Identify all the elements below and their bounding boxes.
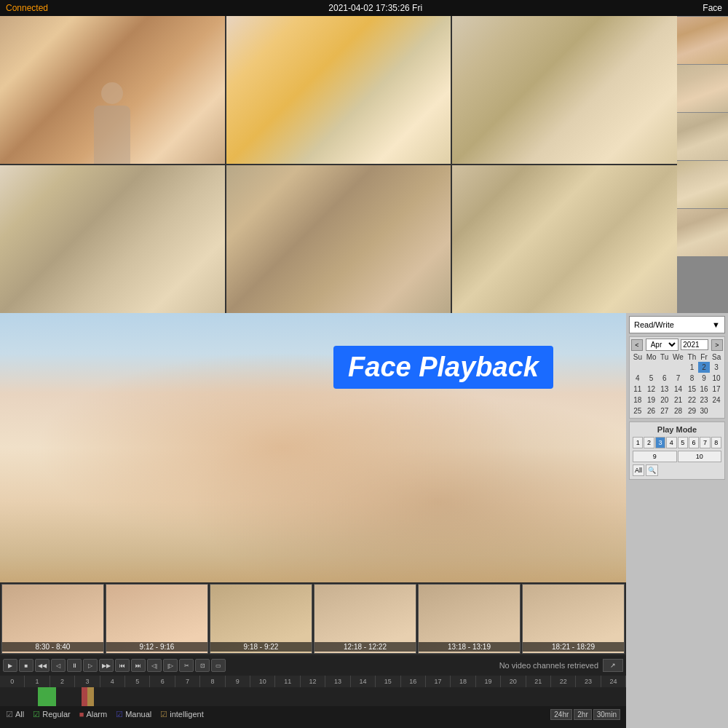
- timeline[interactable]: 0 1 2 3 4 5 6 7 8 9 10 11 12 13 14 15 16…: [0, 676, 626, 706]
- cal-day[interactable]: 11: [631, 384, 644, 395]
- calendar-next-button[interactable]: >: [711, 339, 723, 351]
- cal-day[interactable]: 14: [670, 384, 686, 395]
- forward-button[interactable]: ⏭: [131, 659, 146, 672]
- play-button[interactable]: ▶: [3, 659, 17, 672]
- play-mode-all[interactable]: All: [633, 464, 644, 476]
- clip-button[interactable]: ✂: [179, 659, 194, 672]
- cal-day[interactable]: 4: [631, 373, 644, 384]
- play-mode-10[interactable]: 10: [678, 451, 722, 462]
- main-video-player[interactable]: Face Playback: [0, 313, 626, 582]
- face-strip-item-3[interactable]: 9:18 - 9:22: [210, 584, 312, 654]
- play-mode-7[interactable]: 7: [700, 437, 710, 448]
- cal-day[interactable]: 17: [710, 384, 723, 395]
- prev-button[interactable]: ◀◀: [35, 659, 50, 672]
- face-strip-item-5[interactable]: 13:18 - 13:19: [418, 584, 521, 654]
- cal-day[interactable]: 29: [686, 405, 698, 416]
- cal-day[interactable]: 7: [670, 373, 686, 384]
- cal-day[interactable]: 1: [686, 362, 698, 373]
- cal-day[interactable]: 3: [710, 362, 723, 373]
- fast-button[interactable]: ▷: [83, 659, 98, 672]
- face-thumb-5[interactable]: [677, 209, 728, 256]
- play-mode-6[interactable]: 6: [689, 437, 699, 448]
- play-mode-4[interactable]: 4: [666, 437, 676, 448]
- face-tab[interactable]: Face: [703, 3, 722, 13]
- cal-day[interactable]: [670, 362, 686, 373]
- filter-intelligent[interactable]: ☑ intelligent: [160, 710, 203, 719]
- cal-day[interactable]: 13: [658, 384, 670, 395]
- pause-button[interactable]: ⏸: [67, 659, 82, 672]
- slow-button[interactable]: ◁: [51, 659, 66, 672]
- cal-day[interactable]: 8: [686, 373, 698, 384]
- camera-cell-2[interactable]: [226, 16, 451, 164]
- time-btn-24hr[interactable]: 24hr: [550, 709, 572, 720]
- camera-cell-3[interactable]: [452, 16, 677, 164]
- next-button[interactable]: ▶▶: [99, 659, 114, 672]
- play-mode-2[interactable]: 2: [644, 437, 654, 448]
- calendar-prev-button[interactable]: <: [631, 339, 643, 351]
- calendar-year-input[interactable]: [681, 339, 708, 350]
- window-button[interactable]: ▭: [211, 659, 226, 672]
- rewind-button[interactable]: ⏮: [115, 659, 130, 672]
- cal-day[interactable]: 20: [658, 395, 670, 405]
- cal-day[interactable]: 21: [670, 395, 686, 405]
- screenshot-button[interactable]: ⊡: [195, 659, 210, 672]
- cal-day[interactable]: 18: [631, 395, 644, 405]
- cal-day[interactable]: [631, 362, 644, 373]
- cal-day[interactable]: 10: [710, 373, 723, 384]
- filter-alarm[interactable]: ■ Alarm: [79, 710, 107, 719]
- play-mode-search[interactable]: 🔍: [646, 464, 658, 476]
- camera-cell-6[interactable]: [452, 165, 677, 313]
- read-write-dropdown[interactable]: Read/Write ▼: [629, 316, 725, 333]
- face-thumb-3[interactable]: [677, 113, 728, 160]
- hour-9: 9: [226, 676, 250, 687]
- prev-frame-button[interactable]: ◁|: [147, 659, 162, 672]
- stop-button[interactable]: ■: [19, 659, 33, 672]
- camera-cell-4[interactable]: [0, 165, 225, 313]
- export-button[interactable]: ↗: [603, 659, 623, 672]
- hour-12: 12: [301, 676, 325, 687]
- cal-day[interactable]: 26: [644, 405, 659, 416]
- cal-day[interactable]: 19: [644, 395, 659, 405]
- face-strip-item-2[interactable]: 9:12 - 9:16: [106, 584, 208, 654]
- cal-day[interactable]: 28: [670, 405, 686, 416]
- face-strip-item-4[interactable]: 12:18 - 12:22: [314, 584, 416, 654]
- cal-day[interactable]: 30: [698, 405, 710, 416]
- cal-day-selected[interactable]: 2: [698, 362, 710, 373]
- play-mode-9[interactable]: 9: [633, 451, 677, 462]
- cal-day[interactable]: [710, 405, 723, 416]
- cal-day[interactable]: [644, 362, 659, 373]
- filter-all[interactable]: ☑ All: [6, 710, 24, 719]
- cal-day[interactable]: 5: [644, 373, 659, 384]
- cal-day[interactable]: 15: [686, 384, 698, 395]
- face-thumb-4[interactable]: [677, 161, 728, 208]
- filter-regular[interactable]: ☑ Regular: [33, 710, 71, 719]
- calendar-month-select[interactable]: Apr Jan Feb Mar May: [646, 339, 678, 351]
- cal-day[interactable]: 12: [644, 384, 659, 395]
- cal-day[interactable]: 23: [698, 395, 710, 405]
- play-mode-3[interactable]: 3: [655, 437, 665, 448]
- camera-cell-1[interactable]: [0, 16, 225, 164]
- filter-manual[interactable]: ☑ Manual: [116, 710, 151, 719]
- cal-day[interactable]: 9: [698, 373, 710, 384]
- cal-day[interactable]: [658, 362, 670, 373]
- cal-day[interactable]: 24: [710, 395, 723, 405]
- hour-20: 20: [501, 676, 526, 687]
- cal-day[interactable]: 25: [631, 405, 644, 416]
- play-mode-8[interactable]: 8: [711, 437, 721, 448]
- camera-cell-5[interactable]: [226, 165, 451, 313]
- time-btn-30min[interactable]: 30min: [593, 709, 620, 720]
- cal-day[interactable]: 22: [686, 395, 698, 405]
- timeline-track[interactable]: [0, 687, 626, 706]
- play-mode-1[interactable]: 1: [633, 437, 643, 448]
- time-btn-2hr[interactable]: 2hr: [574, 709, 591, 720]
- cal-day[interactable]: 6: [658, 373, 670, 384]
- face-thumb-2[interactable]: [677, 65, 728, 112]
- play-mode-5[interactable]: 5: [678, 437, 688, 448]
- cal-day[interactable]: 27: [658, 405, 670, 416]
- next-frame-button[interactable]: |▷: [163, 659, 178, 672]
- face-thumb-1[interactable]: [677, 17, 728, 64]
- face-strip-item-1[interactable]: 8:30 - 8:40: [1, 584, 104, 654]
- face-strip-item-6[interactable]: 18:21 - 18:29: [522, 584, 625, 654]
- cal-day[interactable]: 16: [698, 384, 710, 395]
- read-write-label: Read/Write: [634, 320, 674, 329]
